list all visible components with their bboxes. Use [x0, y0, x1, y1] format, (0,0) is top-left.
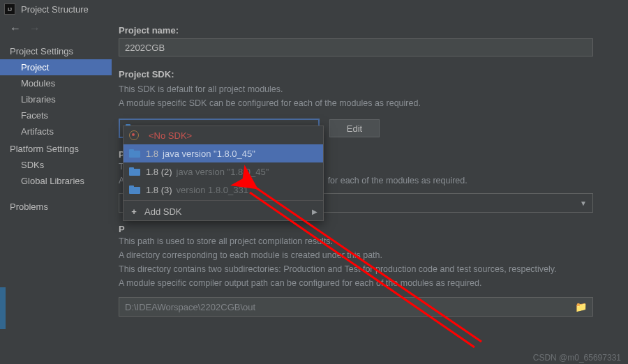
folder-icon	[129, 149, 140, 158]
out-desc-1: This path is used to store all project c…	[119, 234, 610, 248]
project-name-input[interactable]	[119, 38, 593, 56]
chevron-right-icon: ▶	[312, 208, 317, 215]
sdk-opt2-ver: java version "1.8.0_45"	[177, 167, 269, 177]
add-sdk-item[interactable]: + Add SDK ▶	[124, 202, 323, 220]
dropdown-separator	[124, 200, 323, 201]
no-sdk-icon	[129, 130, 139, 140]
chevron-down-icon: ▼	[580, 199, 587, 207]
section-project-settings: Project Settings	[0, 42, 112, 59]
window-title: Project Structure	[21, 4, 89, 15]
sdk-opt2-name: 1.8 (2)	[146, 167, 172, 177]
sidebar-item-problems[interactable]: Problems	[0, 199, 112, 215]
sdk-opt1-name: 1.8	[146, 149, 158, 159]
sdk-option-none[interactable]: <No SDK>	[124, 126, 323, 144]
sidebar-item-facets[interactable]: Facets	[0, 107, 112, 123]
project-name-label: Project name:	[119, 25, 610, 36]
sidebar: ← → Project Settings Project Modules Lib…	[0, 18, 112, 350]
sdk-opt1-ver: java version "1.8.0_45"	[163, 149, 255, 159]
left-accent-strip	[0, 287, 6, 329]
section-platform-settings: Platform Settings	[0, 139, 112, 157]
sidebar-item-artifacts[interactable]: Artifacts	[0, 123, 112, 139]
sidebar-item-global-libraries[interactable]: Global Libraries	[0, 173, 112, 189]
app-icon: IJ	[4, 3, 15, 15]
sdk-option-1[interactable]: 1.8 java version "1.8.0_45"	[124, 144, 323, 162]
sdk-option-2[interactable]: 1.8 (2) java version "1.8.0_45"	[124, 162, 323, 181]
forward-arrow-icon[interactable]: →	[29, 22, 40, 35]
out-header-partial: P	[119, 224, 610, 234]
sidebar-item-project[interactable]: Project	[0, 59, 112, 75]
folder-icon	[129, 185, 140, 194]
sidebar-item-sdks[interactable]: SDKs	[0, 157, 112, 173]
sdk-dropdown: <No SDK> 1.8 java version "1.8.0_45" 1.8…	[123, 126, 324, 221]
project-sdk-label: Project SDK:	[119, 69, 610, 79]
sdk-option-3[interactable]: 1.8 (3) version 1.8.0_331	[124, 181, 323, 199]
out-desc-2: A directory corresponding to each module…	[119, 248, 610, 262]
nav-arrows: ← →	[0, 18, 112, 42]
lang-level-tail: for each of the modules as required.	[328, 176, 468, 185]
sdk-desc-1: This SDK is default for all project modu…	[119, 82, 610, 96]
sdk-desc-2: A module specific SDK can be configured …	[119, 96, 610, 110]
out-desc-4: A module specific compiler output path c…	[119, 276, 610, 290]
titlebar: IJ Project Structure	[0, 0, 628, 18]
out-desc-3: This directory contains two subdirectori…	[119, 262, 610, 276]
back-arrow-icon[interactable]: ←	[10, 22, 21, 35]
footer-credit: CSDN @m0_65697331	[533, 353, 621, 363]
sidebar-item-libraries[interactable]: Libraries	[0, 91, 112, 107]
sdk-opt3-name: 1.8 (3)	[146, 185, 172, 195]
compiler-output-field[interactable]: D:\IDEAWorspace\2202CGB\out 📁	[119, 297, 593, 317]
sdk-opt3-ver: version 1.8.0_331	[177, 185, 248, 195]
add-sdk-label: Add SDK	[144, 206, 181, 217]
plus-icon: +	[129, 206, 139, 217]
folder-icon	[129, 167, 140, 176]
no-sdk-label: <No SDK>	[149, 130, 192, 141]
compiler-output-path: D:\IDEAWorspace\2202CGB\out	[125, 302, 255, 312]
edit-button[interactable]: Edit	[329, 119, 380, 137]
browse-folder-icon[interactable]: 📁	[575, 301, 587, 312]
sidebar-item-modules[interactable]: Modules	[0, 75, 112, 91]
